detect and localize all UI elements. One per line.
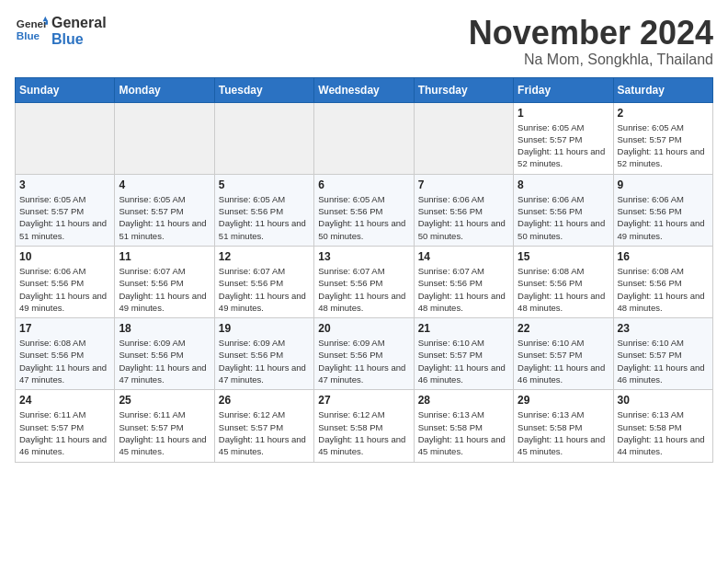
day-info: Sunrise: 6:11 AMSunset: 5:57 PMDaylight:…: [19, 408, 110, 457]
day-info: Sunrise: 6:10 AMSunset: 5:57 PMDaylight:…: [618, 337, 709, 385]
day-cell: 10Sunrise: 6:06 AMSunset: 5:56 PMDayligh…: [16, 246, 115, 317]
day-cell: 8Sunrise: 6:06 AMSunset: 5:56 PMDaylight…: [514, 174, 613, 246]
day-number: 15: [518, 250, 609, 263]
day-info: Sunrise: 6:12 AMSunset: 5:57 PMDaylight:…: [219, 408, 310, 457]
day-info: Sunrise: 6:10 AMSunset: 5:57 PMDaylight:…: [418, 337, 509, 385]
calendar-header: SundayMondayTuesdayWednesdayThursdayFrid…: [16, 77, 713, 102]
day-info: Sunrise: 6:05 AMSunset: 5:56 PMDaylight:…: [318, 193, 409, 242]
day-number: 29: [518, 394, 609, 407]
page-header: General Blue General Blue November 2024 …: [15, 15, 713, 68]
day-cell: 30Sunrise: 6:13 AMSunset: 5:58 PMDayligh…: [613, 390, 712, 462]
day-number: 20: [318, 322, 409, 335]
day-number: 5: [219, 178, 310, 191]
day-cell: [414, 102, 513, 174]
day-cell: 3Sunrise: 6:05 AMSunset: 5:57 PMDaylight…: [16, 174, 115, 246]
header-cell-tuesday: Tuesday: [214, 77, 313, 102]
logo-blue-text: Blue: [51, 31, 107, 48]
week-row-4: 17Sunrise: 6:08 AMSunset: 5:56 PMDayligh…: [16, 318, 713, 390]
day-info: Sunrise: 6:06 AMSunset: 5:56 PMDaylight:…: [618, 193, 709, 242]
day-info: Sunrise: 6:09 AMSunset: 5:56 PMDaylight:…: [219, 337, 310, 385]
day-number: 13: [318, 250, 409, 263]
day-cell: 17Sunrise: 6:08 AMSunset: 5:56 PMDayligh…: [16, 318, 115, 390]
header-cell-friday: Friday: [514, 77, 613, 102]
day-number: 8: [518, 178, 609, 191]
day-info: Sunrise: 6:07 AMSunset: 5:56 PMDaylight:…: [318, 265, 409, 314]
header-cell-sunday: Sunday: [16, 77, 115, 102]
title-block: November 2024 Na Mom, Songkhla, Thailand: [469, 15, 713, 68]
day-info: Sunrise: 6:05 AMSunset: 5:57 PMDaylight:…: [518, 121, 609, 170]
day-number: 14: [418, 250, 509, 263]
day-cell: 12Sunrise: 6:07 AMSunset: 5:56 PMDayligh…: [214, 246, 313, 317]
day-info: Sunrise: 6:05 AMSunset: 5:57 PMDaylight:…: [119, 193, 210, 242]
day-number: 10: [19, 250, 110, 263]
header-cell-wednesday: Wednesday: [314, 77, 414, 102]
day-info: Sunrise: 6:06 AMSunset: 5:56 PMDaylight:…: [518, 193, 609, 242]
day-cell: [115, 102, 214, 174]
calendar-body: 1Sunrise: 6:05 AMSunset: 5:57 PMDaylight…: [16, 102, 713, 462]
day-number: 22: [518, 322, 609, 335]
day-cell: 25Sunrise: 6:11 AMSunset: 5:57 PMDayligh…: [115, 390, 214, 462]
logo-icon: General Blue: [15, 15, 48, 48]
day-number: 27: [318, 394, 409, 407]
day-cell: 23Sunrise: 6:10 AMSunset: 5:57 PMDayligh…: [613, 318, 712, 390]
header-cell-saturday: Saturday: [613, 77, 712, 102]
location-text: Na Mom, Songkhla, Thailand: [469, 52, 713, 68]
day-cell: 22Sunrise: 6:10 AMSunset: 5:57 PMDayligh…: [514, 318, 613, 390]
day-cell: 27Sunrise: 6:12 AMSunset: 5:58 PMDayligh…: [314, 390, 414, 462]
day-info: Sunrise: 6:05 AMSunset: 5:56 PMDaylight:…: [219, 193, 310, 242]
day-number: 16: [618, 250, 709, 263]
day-info: Sunrise: 6:07 AMSunset: 5:56 PMDaylight:…: [418, 265, 509, 314]
day-info: Sunrise: 6:12 AMSunset: 5:58 PMDaylight:…: [318, 408, 409, 457]
day-info: Sunrise: 6:11 AMSunset: 5:57 PMDaylight:…: [119, 408, 210, 457]
day-number: 28: [418, 394, 509, 407]
day-cell: 18Sunrise: 6:09 AMSunset: 5:56 PMDayligh…: [115, 318, 214, 390]
day-number: 7: [418, 178, 509, 191]
day-number: 1: [518, 107, 609, 120]
day-cell: 29Sunrise: 6:13 AMSunset: 5:58 PMDayligh…: [514, 390, 613, 462]
day-number: 6: [318, 178, 409, 191]
day-cell: 2Sunrise: 6:05 AMSunset: 5:57 PMDaylight…: [613, 102, 712, 174]
day-info: Sunrise: 6:07 AMSunset: 5:56 PMDaylight:…: [119, 265, 210, 314]
day-number: 21: [418, 322, 509, 335]
day-cell: 4Sunrise: 6:05 AMSunset: 5:57 PMDaylight…: [115, 174, 214, 246]
day-cell: 7Sunrise: 6:06 AMSunset: 5:56 PMDaylight…: [414, 174, 513, 246]
day-cell: 28Sunrise: 6:13 AMSunset: 5:58 PMDayligh…: [414, 390, 513, 462]
month-title: November 2024: [469, 15, 713, 52]
day-cell: 6Sunrise: 6:05 AMSunset: 5:56 PMDaylight…: [314, 174, 414, 246]
day-cell: [314, 102, 414, 174]
day-cell: 21Sunrise: 6:10 AMSunset: 5:57 PMDayligh…: [414, 318, 513, 390]
week-row-3: 10Sunrise: 6:06 AMSunset: 5:56 PMDayligh…: [16, 246, 713, 317]
day-number: 19: [219, 322, 310, 335]
day-cell: [214, 102, 313, 174]
day-cell: 11Sunrise: 6:07 AMSunset: 5:56 PMDayligh…: [115, 246, 214, 317]
day-cell: 13Sunrise: 6:07 AMSunset: 5:56 PMDayligh…: [314, 246, 414, 317]
day-cell: 16Sunrise: 6:08 AMSunset: 5:56 PMDayligh…: [613, 246, 712, 317]
header-cell-thursday: Thursday: [414, 77, 513, 102]
svg-text:General: General: [17, 17, 48, 29]
day-number: 24: [19, 394, 110, 407]
day-info: Sunrise: 6:05 AMSunset: 5:57 PMDaylight:…: [19, 193, 110, 242]
day-number: 26: [219, 394, 310, 407]
header-row: SundayMondayTuesdayWednesdayThursdayFrid…: [16, 77, 713, 102]
day-info: Sunrise: 6:10 AMSunset: 5:57 PMDaylight:…: [518, 337, 609, 385]
day-number: 23: [618, 322, 709, 335]
day-info: Sunrise: 6:08 AMSunset: 5:56 PMDaylight:…: [518, 265, 609, 314]
day-number: 3: [19, 178, 110, 191]
day-number: 11: [119, 250, 210, 263]
week-row-1: 1Sunrise: 6:05 AMSunset: 5:57 PMDaylight…: [16, 102, 713, 174]
day-cell: 5Sunrise: 6:05 AMSunset: 5:56 PMDaylight…: [214, 174, 313, 246]
day-cell: [16, 102, 115, 174]
day-cell: 9Sunrise: 6:06 AMSunset: 5:56 PMDaylight…: [613, 174, 712, 246]
day-info: Sunrise: 6:13 AMSunset: 5:58 PMDaylight:…: [618, 408, 709, 457]
week-row-5: 24Sunrise: 6:11 AMSunset: 5:57 PMDayligh…: [16, 390, 713, 462]
day-number: 9: [618, 178, 709, 191]
logo-general-text: General: [51, 15, 107, 31]
day-number: 30: [618, 394, 709, 407]
day-info: Sunrise: 6:08 AMSunset: 5:56 PMDaylight:…: [618, 265, 709, 314]
day-number: 4: [119, 178, 210, 191]
day-info: Sunrise: 6:13 AMSunset: 5:58 PMDaylight:…: [518, 408, 609, 457]
day-cell: 20Sunrise: 6:09 AMSunset: 5:56 PMDayligh…: [314, 318, 414, 390]
header-cell-monday: Monday: [115, 77, 214, 102]
day-cell: 24Sunrise: 6:11 AMSunset: 5:57 PMDayligh…: [16, 390, 115, 462]
day-cell: 14Sunrise: 6:07 AMSunset: 5:56 PMDayligh…: [414, 246, 513, 317]
